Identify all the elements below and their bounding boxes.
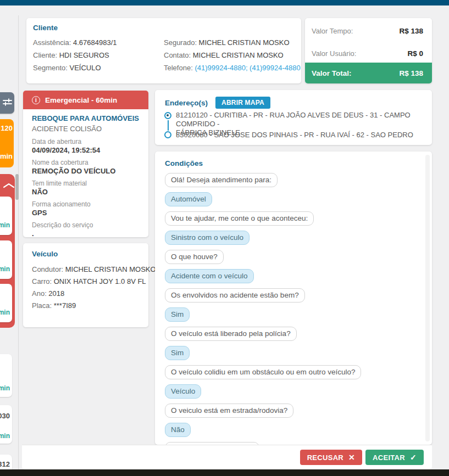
service-urgency-header: i Emergencial - 60min (23, 91, 148, 109)
field-label: Forma acionamento (32, 200, 140, 208)
queue-card-minutes: min (0, 265, 10, 273)
chat-answer-bubble: Sinistro com o veículo (165, 231, 250, 245)
service-fields: Data de abertura04/09/2024, 19:52:54Nome… (32, 138, 140, 238)
chat-question-bubble: O veículo colidiu em um obstáculo ou em … (165, 365, 361, 379)
queue-card-minutes: min (0, 432, 10, 440)
addresses-title: Endereço(s) (165, 99, 208, 107)
vehicle-card-title: Veículo (32, 250, 140, 258)
service-title: REBOQUE PARA AUTOMÓVEIS (32, 114, 140, 122)
value-user-row: Valor Usuário: R$ 0 (312, 49, 423, 58)
client-left-column: Assistência: 4.67684983/1 Cliente: HDI S… (33, 36, 164, 74)
queue-card[interactable]: min (0, 240, 12, 279)
refuse-button[interactable]: RECUSAR ✕ (300, 450, 362, 465)
segment-row: Segmento: VEÍCULO (33, 61, 164, 74)
chat-question-bubble: O que houve? (165, 250, 224, 264)
service-urgency-label: Emergencial - 60min (45, 96, 117, 104)
driver-row: Condutor: MICHEL CRISTIAN MOSKO (32, 264, 140, 276)
chat-answer-bubble: Veículo (165, 384, 201, 399)
value-time-row: Valor Tempo: R$ 138 (312, 27, 423, 35)
queue-card[interactable]: 030 min (0, 405, 12, 444)
chat-question-bubble: Vou te ajudar, me conte o que aconteceu: (165, 211, 314, 226)
queue-timer-card[interactable]: 120 min (0, 119, 14, 167)
value-summary-card: Valor Tempo: R$ 138 Valor Usuário: R$ 0 … (305, 18, 432, 83)
client-card: Cliente Assistência: 4.67684983/1 Client… (26, 18, 301, 83)
queue-card[interactable]: min (0, 284, 12, 322)
close-icon: ✕ (348, 453, 355, 462)
chat-question-bubble: O veículo está liberado pela polícia? (165, 327, 297, 341)
queue-card-minutes: min (0, 221, 10, 229)
phone-link[interactable]: (41)99924-4880; (41)99924-4880 (195, 64, 300, 72)
origin-point-icon (164, 112, 171, 119)
bottom-black-bar (0, 469, 449, 476)
queue-card[interactable]: min (0, 354, 12, 397)
queue-card-minutes: min (0, 309, 10, 316)
field-value: NÃO (32, 188, 140, 196)
route-line (168, 120, 169, 131)
value-user-amount: R$ 0 (407, 49, 423, 58)
chat-question-bubble: Os envolvidos no acidente estão bem? (165, 288, 305, 303)
open-map-button[interactable]: ABRIR MAPA (215, 97, 270, 109)
queue-filter-button[interactable] (0, 92, 14, 114)
field-value: . (32, 229, 140, 238)
field-label: Tem limite material (32, 180, 140, 187)
info-icon: i (32, 96, 40, 104)
timer-minutes-unit: min (0, 152, 13, 160)
phone-row: Telefone: (41)99924-4880; (41)99924-4880 (164, 61, 295, 74)
queue-card-minutes: min (0, 384, 10, 392)
client-right-column: Segurado: MICHEL CRISTIAN MOSKO Contato:… (164, 36, 295, 74)
queue-card[interactable]: 312 (0, 455, 12, 469)
value-total-amount: R$ 138 (399, 69, 423, 77)
field-value: GPS (32, 209, 140, 217)
queue-scrollbar-thumb[interactable] (15, 174, 19, 200)
conditions-title: Condições (165, 159, 422, 167)
action-footer: RECUSAR ✕ ACEITAR ✓ (22, 445, 432, 469)
top-accent-bar (0, 0, 449, 5)
chat-question-bubble: O veiculo está em estrada/rodovia? (165, 404, 293, 418)
destination-address: 83020080 - SAO JOSE DOS PINHAIS - PR - R… (176, 131, 422, 139)
client-name-row: Cliente: HDI SEGUROS (33, 49, 164, 61)
contact-row: Contato: MICHEL CRISTIAN MOSKO (164, 49, 295, 61)
insured-row: Segurado: MICHEL CRISTIAN MOSKO (164, 36, 295, 49)
conditions-chat-list: Olá! Deseja atendimento para:AutomóvelVo… (165, 173, 422, 445)
queue-card-number: 312 (0, 460, 10, 468)
timer-minutes-value: 120 (1, 124, 13, 132)
accept-button[interactable]: ACEITAR ✓ (365, 450, 424, 465)
field-value: REMOÇÃO DO VEÍCULO (32, 167, 140, 175)
chat-answer-bubble: Sim (165, 307, 190, 322)
assistance-dispatch-page: 120 min minminmin min 030 min 312 Client… (0, 0, 449, 476)
chat-answer-bubble: Não (165, 423, 191, 437)
service-details-card: i Emergencial - 60min REBOQUE PARA AUTOM… (23, 91, 148, 237)
conditions-card: Condições Olá! Deseja atendimento para:A… (155, 152, 432, 445)
field-value: 04/09/2024, 19:52:54 (32, 146, 140, 154)
chevron-up-icon[interactable] (3, 182, 15, 190)
plate-row: Placa: ***7I89 (32, 300, 140, 312)
vehicle-card: Veículo Condutor: MICHEL CRISTIAN MOSKO … (23, 243, 148, 327)
queue-urgent-group: minminmin (0, 174, 15, 328)
service-subtitle: ACIDENTE COLISÃO (32, 125, 140, 133)
car-row: Carro: ONIX HATCH JOY 1.0 8V FL (32, 276, 140, 288)
queue-card-number: 030 (0, 412, 10, 420)
panel-divider (18, 15, 19, 469)
chat-answer-bubble: Acidente com o veículo (165, 269, 254, 283)
value-total-row: Valor Total: R$ 138 (305, 63, 432, 83)
destination-point-icon (164, 131, 171, 138)
year-row: Ano: 2018 (32, 288, 140, 300)
chat-answer-bubble: Sim (165, 346, 190, 360)
field-label: Nome da cobertura (32, 159, 140, 166)
value-time-amount: R$ 138 (399, 27, 423, 35)
chat-answer-bubble: Automóvel (165, 192, 212, 206)
addresses-card: Endereço(s) ABRIR MAPA 81210120 - CURITI… (155, 90, 432, 145)
assistance-number-row: Assistência: 4.67684983/1 (33, 36, 164, 49)
client-card-title: Cliente (33, 24, 295, 32)
chat-question-bubble: Olá! Deseja atendimento para: (165, 173, 278, 187)
check-icon: ✓ (410, 453, 417, 462)
field-label: Descrição do serviço (32, 221, 140, 229)
conditions-scrollbar[interactable] (425, 155, 430, 441)
queue-card[interactable]: min (0, 197, 12, 235)
field-label: Data de abertura (32, 138, 140, 145)
